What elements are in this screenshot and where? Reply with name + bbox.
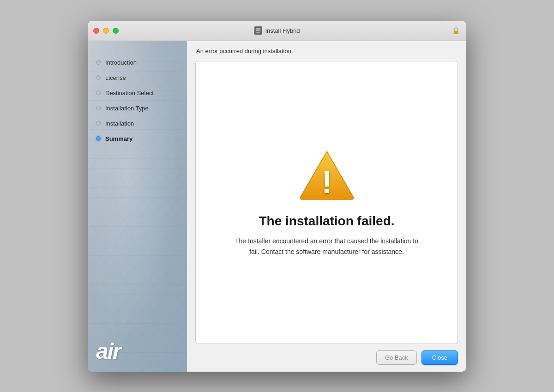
nav-label-introduction: Introduction: [105, 59, 137, 66]
sidebar: IntroductionLicenseDestination SelectIns…: [88, 41, 187, 372]
sidebar-item-installation-type[interactable]: Installation Type: [88, 101, 187, 116]
titlebar: Install Hybrid 🔒: [88, 21, 466, 41]
sidebar-nav: IntroductionLicenseDestination SelectIns…: [88, 41, 187, 146]
sidebar-item-license[interactable]: License: [88, 70, 187, 85]
sidebar-item-installation[interactable]: Installation: [88, 116, 187, 131]
warning-icon: !: [297, 148, 357, 203]
svg-rect-2: [256, 32, 260, 33]
nav-label-destination-select: Destination Select: [105, 90, 154, 96]
go-back-button[interactable]: Go Back: [376, 350, 417, 365]
close-button[interactable]: Close: [422, 350, 458, 365]
nav-dot-destination-select: [96, 90, 101, 95]
nav-dot-license: [96, 75, 101, 80]
sidebar-item-destination-select[interactable]: Destination Select: [88, 85, 187, 101]
svg-text:!: !: [321, 164, 332, 199]
traffic-lights: [93, 28, 119, 34]
sidebar-logo: air: [88, 331, 187, 372]
minimize-button[interactable]: [103, 28, 109, 34]
nav-label-installation: Installation: [105, 120, 134, 127]
installer-window: Install Hybrid 🔒 IntroductionLicenseDest…: [88, 21, 466, 372]
zoom-button[interactable]: [113, 28, 119, 34]
nav-label-installation-type: Installation Type: [105, 105, 149, 112]
content-box: ! The installation failed. The Installer…: [195, 61, 458, 344]
right-panel: An error occurred during installation.: [187, 41, 466, 372]
fail-description: The Installer encountered an error that …: [230, 236, 424, 257]
app-icon: [254, 26, 262, 35]
nav-dot-introduction: [96, 60, 101, 65]
nav-dot-summary: [96, 136, 101, 141]
nav-label-license: License: [105, 74, 126, 81]
window-title: Install Hybrid: [254, 26, 300, 35]
logo-text: air: [96, 340, 179, 362]
nav-dot-installation: [96, 121, 101, 126]
bottom-bar: Go Back Close: [187, 344, 466, 372]
svg-rect-1: [256, 28, 260, 31]
lock-icon: 🔒: [452, 27, 460, 34]
sidebar-item-introduction[interactable]: Introduction: [88, 55, 187, 70]
error-message-bar: An error occurred during installation.: [187, 41, 466, 61]
close-window-button[interactable]: [93, 28, 99, 34]
nav-dot-installation-type: [96, 106, 101, 110]
sidebar-item-summary[interactable]: Summary: [88, 131, 187, 146]
title-text: Install Hybrid: [265, 27, 300, 34]
main-content: IntroductionLicenseDestination SelectIns…: [88, 41, 466, 372]
warning-triangle-svg: !: [297, 148, 357, 201]
app-icon-svg: [255, 27, 261, 34]
fail-title: The installation failed.: [259, 214, 394, 229]
nav-label-summary: Summary: [105, 135, 132, 142]
